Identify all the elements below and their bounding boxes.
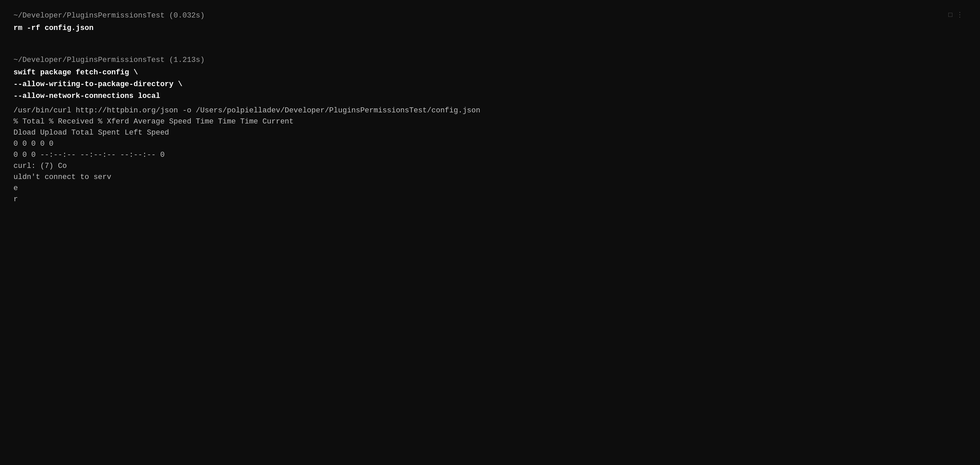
error-line-1: curl: (7) Co	[13, 160, 967, 171]
window-controls: □ ⋮	[948, 10, 963, 20]
command-2-line1: swift package fetch-config \	[13, 67, 967, 78]
curl-url-line: /usr/bin/curl http://httpbin.org/json -o…	[13, 105, 967, 116]
table-header-2: Dload Upload Total Spent Left Speed	[13, 127, 967, 138]
table-header-1: % Total % Received % Xferd Average Speed…	[13, 116, 967, 127]
data-row-2: 0 0 0 --:--:-- --:--:-- --:--:-- 0	[13, 149, 967, 160]
data-row-1: 0 0 0 0 0	[13, 138, 967, 149]
error-line-3: e	[13, 183, 967, 194]
error-line-2: uldn't connect to serv	[13, 171, 967, 183]
command-2-line2: --allow-writing-to-package-directory \	[13, 79, 967, 90]
command-2-line3: --allow-network-connections local	[13, 90, 967, 102]
terminal: □ ⋮ ~/Developer/PluginsPermissionsTest (…	[13, 10, 967, 205]
prompt-1: ~/Developer/PluginsPermissionsTest (0.03…	[13, 10, 967, 21]
command-1: rm -rf config.json	[13, 22, 967, 33]
error-line-4: r	[13, 194, 967, 205]
prompt-2: ~/Developer/PluginsPermissionsTest (1.21…	[13, 54, 967, 66]
